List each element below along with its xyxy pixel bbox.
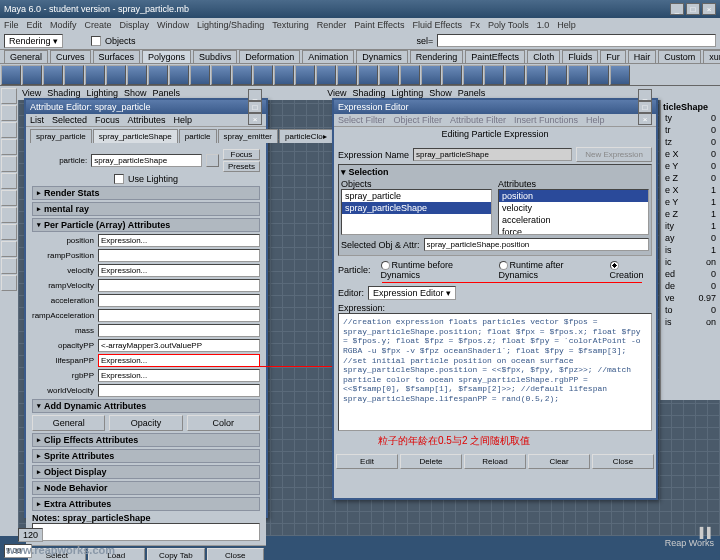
- channel-row[interactable]: ay0: [663, 232, 718, 244]
- section-object-display[interactable]: Object Display: [32, 465, 260, 479]
- menu-item[interactable]: Display: [120, 20, 150, 30]
- tool-button[interactable]: [1, 275, 17, 291]
- shelf-tab[interactable]: General: [4, 50, 48, 63]
- editor-dropdown[interactable]: Expression Editor ▾: [368, 286, 456, 300]
- shelf-icon[interactable]: [610, 65, 630, 85]
- radio-icon[interactable]: [381, 261, 390, 270]
- shelf-tab[interactable]: Curves: [50, 50, 91, 63]
- presets-button[interactable]: Presets: [223, 161, 260, 172]
- add-attr-button[interactable]: General: [32, 415, 105, 431]
- shelf-icon[interactable]: [484, 65, 504, 85]
- shelf-icon[interactable]: [295, 65, 315, 85]
- shelf-icon[interactable]: [568, 65, 588, 85]
- obj-check-icon[interactable]: [91, 36, 101, 46]
- radio-option[interactable]: Creation: [610, 260, 652, 280]
- shelf-icon[interactable]: [337, 65, 357, 85]
- pp-input[interactable]: [98, 294, 260, 307]
- channel-row[interactable]: to0: [663, 304, 718, 316]
- viewport-menu-item[interactable]: Shading: [47, 88, 80, 98]
- shelf-icon[interactable]: [148, 65, 168, 85]
- channel-row[interactable]: ison: [663, 316, 718, 328]
- ae-titlebar[interactable]: Attribute Editor: spray_particle _ □ ×: [26, 100, 266, 114]
- channel-row[interactable]: e X1: [663, 184, 718, 196]
- ee-button[interactable]: Delete: [400, 454, 462, 469]
- channel-row[interactable]: e X0: [663, 148, 718, 160]
- pp-input[interactable]: [98, 384, 260, 397]
- list-item[interactable]: position: [499, 190, 648, 202]
- channel-row[interactable]: e Y0: [663, 160, 718, 172]
- shelf-tab[interactable]: PaintEffects: [465, 50, 525, 63]
- tool-button[interactable]: [1, 173, 17, 189]
- channel-row[interactable]: ve0.97: [663, 292, 718, 304]
- minimize-icon[interactable]: _: [638, 89, 652, 101]
- ee-menu-item[interactable]: Object Filter: [394, 115, 443, 125]
- sel-obj-attr-input[interactable]: [424, 238, 649, 251]
- radio-option[interactable]: Runtime before Dynamics: [381, 260, 489, 280]
- shelf-tab[interactable]: Animation: [302, 50, 354, 63]
- section-per-particle[interactable]: Per Particle (Array) Attributes: [32, 218, 260, 232]
- ee-menu-item[interactable]: Insert Functions: [514, 115, 578, 125]
- ee-menu-item[interactable]: Select Filter: [338, 115, 386, 125]
- notes-text[interactable]: [32, 523, 260, 541]
- ae-button[interactable]: Close: [207, 548, 265, 560]
- list-item[interactable]: spray_particle: [342, 190, 491, 202]
- channel-box[interactable]: ticleShapety0tr0tz0e X0e Y0e Z0e X1e Y1e…: [660, 100, 720, 400]
- shelf-icon[interactable]: [253, 65, 273, 85]
- viewport-menu-item[interactable]: Show: [124, 88, 147, 98]
- radio-icon[interactable]: [499, 261, 508, 270]
- ee-titlebar[interactable]: Expression Editor _ □ ×: [334, 100, 656, 114]
- list-item[interactable]: force: [499, 226, 648, 235]
- ee-menu-item[interactable]: Help: [586, 115, 605, 125]
- tool-button[interactable]: [1, 88, 17, 104]
- close-icon[interactable]: ×: [248, 113, 262, 125]
- maximize-icon[interactable]: □: [686, 3, 700, 15]
- shelf-tab[interactable]: Polygons: [142, 50, 191, 63]
- shelf-tab[interactable]: Fur: [600, 50, 626, 63]
- shelf-icon[interactable]: [463, 65, 483, 85]
- tool-button[interactable]: [1, 139, 17, 155]
- channel-row[interactable]: icon: [663, 256, 718, 268]
- pp-input[interactable]: [98, 354, 260, 367]
- pp-input[interactable]: [98, 324, 260, 337]
- attributes-listbox[interactable]: positionvelocityaccelerationforceinputFo…: [498, 189, 649, 235]
- ee-button[interactable]: Clear: [528, 454, 590, 469]
- menu-item[interactable]: File: [4, 20, 19, 30]
- menu-item[interactable]: Window: [157, 20, 189, 30]
- shelf-icon[interactable]: [85, 65, 105, 85]
- pp-input[interactable]: [98, 264, 260, 277]
- shelf-icon[interactable]: [379, 65, 399, 85]
- tool-button[interactable]: [1, 241, 17, 257]
- shelf-icon[interactable]: [400, 65, 420, 85]
- select-icon[interactable]: [206, 154, 219, 167]
- channel-row[interactable]: de0: [663, 280, 718, 292]
- tool-button[interactable]: [1, 122, 17, 138]
- list-item[interactable]: velocity: [499, 202, 648, 214]
- shelf-icon[interactable]: [547, 65, 567, 85]
- maximize-icon[interactable]: □: [638, 101, 652, 113]
- shelf-icon[interactable]: [505, 65, 525, 85]
- ae-menu-item[interactable]: Focus: [95, 115, 120, 125]
- close-icon[interactable]: ×: [638, 113, 652, 125]
- ae-menu-item[interactable]: Attributes: [128, 115, 166, 125]
- section-clip[interactable]: Clip Effects Attributes: [32, 433, 260, 447]
- section-render-stats[interactable]: Render Stats: [32, 186, 260, 200]
- viewport-menu-item[interactable]: Show: [429, 88, 452, 98]
- shelf-tab[interactable]: Fluids: [562, 50, 598, 63]
- ae-tab[interactable]: particle: [179, 129, 217, 143]
- minimize-icon[interactable]: _: [248, 89, 262, 101]
- shelf-tab[interactable]: Hair: [628, 50, 657, 63]
- ee-menu-item[interactable]: Attribute Filter: [450, 115, 506, 125]
- pp-input[interactable]: [98, 279, 260, 292]
- ee-button[interactable]: Close: [592, 454, 654, 469]
- tool-button[interactable]: [1, 105, 17, 121]
- list-item[interactable]: acceleration: [499, 214, 648, 226]
- shelf-icon[interactable]: [127, 65, 147, 85]
- menu-item[interactable]: Modify: [50, 20, 77, 30]
- shelf-tab[interactable]: Subdivs: [193, 50, 237, 63]
- menu-item[interactable]: Create: [85, 20, 112, 30]
- channel-row[interactable]: ity1: [663, 220, 718, 232]
- viewport-menu-item[interactable]: View: [22, 88, 41, 98]
- menu-item[interactable]: Fluid Effects: [413, 20, 462, 30]
- shelf-icon[interactable]: [22, 65, 42, 85]
- shelf-tab[interactable]: Custom: [658, 50, 701, 63]
